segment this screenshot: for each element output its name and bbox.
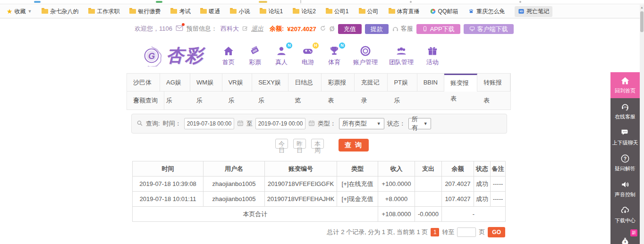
tab[interactable]: AG娱乐 — [160, 74, 190, 91]
chrome-artifact — [259, 1, 267, 3]
sidebar-item-0[interactable]: 回到首页 — [610, 72, 640, 98]
nav-badge: H — [313, 42, 319, 49]
sidebar-item-3[interactable]: ?疑问解答 — [610, 150, 640, 176]
cell-type: [+]在线充值 — [337, 177, 378, 192]
welcome-text: 欢迎您，1106 — [135, 25, 172, 33]
bookmark-folder[interactable]: 工作求职 — [88, 8, 119, 16]
bookmark-folder[interactable]: 银行缴费 — [129, 8, 161, 16]
bookmark-folder[interactable]: 杂七杂八的 — [42, 8, 78, 16]
tab[interactable]: SEXY娱乐 — [252, 74, 288, 91]
nav-item-trophy[interactable]: 体育N — [327, 45, 342, 67]
note-icon: XD — [518, 8, 525, 15]
column-header: 收入 — [378, 161, 415, 177]
today-button[interactable]: 今日 — [275, 139, 288, 149]
folder-icon — [359, 9, 365, 14]
tab[interactable]: BBIN — [417, 74, 444, 91]
logout-link[interactable]: 退出 — [251, 25, 263, 33]
edit-icon[interactable] — [242, 25, 248, 33]
home-icon — [620, 76, 630, 85]
tab[interactable]: PT娱乐 — [388, 74, 417, 91]
favorites-menu[interactable]: ★ 收藏 ▼ — [7, 8, 32, 16]
bookmark-folder[interactable]: 考试 — [170, 8, 190, 16]
nav-item-account[interactable]: 账户管理 — [353, 45, 378, 67]
nav-item-ticket[interactable]: 彩票 — [247, 45, 263, 67]
column-header: 支出 — [415, 161, 442, 177]
search-submit-button[interactable]: 查 询 — [339, 139, 369, 151]
logo-text: 杏彩 — [166, 44, 204, 67]
time-label: 时间： — [163, 119, 181, 128]
scrollbar[interactable]: ▲ — [640, 5, 644, 244]
folder-icon — [170, 9, 177, 14]
sidebar-item[interactable]: ¥新 — [610, 228, 640, 244]
tab[interactable]: 账变报表 — [444, 74, 477, 92]
go-button[interactable]: GO — [488, 227, 505, 237]
nav-item-gift[interactable]: 活动 — [425, 45, 440, 67]
tab[interactable]: 充提记录 — [355, 74, 388, 91]
column-header: 类型 — [337, 161, 378, 177]
cloud-download-icon — [620, 206, 630, 215]
calendar-icon[interactable] — [308, 120, 315, 128]
bookmark-folder[interactable]: 公司1 — [326, 8, 349, 16]
query-panel: 查询: 时间： 至 类型： 所有类型▼ 状态： 所有▼ — [131, 114, 507, 134]
sidebar-item-5[interactable]: 下载中心 — [610, 202, 640, 228]
scroll-up-arrow-icon[interactable]: ▲ — [640, 5, 644, 10]
bookmark-folder[interactable]: 公司 — [359, 8, 379, 16]
cell-change_no: 20190718VFEFEHAJHK — [265, 192, 337, 207]
tab[interactable]: 日结总览 — [288, 74, 322, 91]
nav-item-gamepad[interactable]: 电游H — [300, 45, 315, 67]
tab[interactable]: 余额查询 — [127, 92, 164, 109]
screen: ★ 收藏 ▼ 杂七杂八的工作求职银行缴费考试暖通小说论坛1论坛2公司1公司体育直… — [0, 0, 644, 244]
tab[interactable]: 彩票报表 — [322, 74, 355, 91]
bookmark-folder[interactable]: 论坛1 — [260, 8, 283, 16]
bookmark-folder[interactable]: 体育直播 — [389, 8, 420, 16]
cell-expense — [415, 192, 442, 207]
time-from-input[interactable] — [184, 118, 234, 129]
folder-icon — [260, 9, 266, 14]
scrollbar-thumb[interactable] — [640, 11, 644, 32]
tab[interactable]: 转账报表 — [477, 74, 510, 91]
nav-item-person[interactable]: 真人N — [274, 45, 289, 67]
site-logo[interactable]: G 杏彩 — [141, 44, 204, 67]
bookmark-folder[interactable]: 小说 — [230, 8, 250, 16]
bookmark-link[interactable]: QQ邮箱 — [430, 8, 458, 16]
week-button[interactable]: 本周 — [311, 139, 324, 149]
client-download-button[interactable]: 客户端下载 — [464, 24, 514, 34]
mail-icon[interactable] — [176, 25, 183, 33]
bookmark-link[interactable]: 重庆怎么免 — [468, 8, 505, 16]
folder-icon — [389, 9, 395, 14]
tab[interactable]: WM娱乐 — [190, 74, 222, 91]
sidebar-item-2[interactable]: 上下级聊天 — [610, 124, 640, 150]
nav-item-home[interactable]: 首页 — [221, 45, 236, 67]
bookmark-folder[interactable]: 暖通 — [200, 8, 220, 16]
sidebar-item-4[interactable]: 声音控制 — [610, 176, 640, 202]
bookmark-folder[interactable]: 论坛2 — [293, 8, 316, 16]
bookmark-link[interactable]: XD死亡笔记 — [515, 6, 552, 17]
table-header-row: 时间用户名账变编号类型收入支出余额状态备注 — [133, 161, 506, 177]
goto-page-input[interactable] — [457, 227, 476, 237]
withdraw-button[interactable]: 提款 — [365, 24, 389, 34]
calendar-icon[interactable] — [237, 120, 244, 128]
mail-notification-dot — [182, 23, 185, 26]
nav-item-team[interactable]: 团队管理 — [389, 45, 414, 67]
recharge-button[interactable]: 充值 — [338, 24, 362, 34]
hide-balance-icon[interactable]: Ø — [330, 25, 335, 33]
tab[interactable]: 沙巴体育 — [127, 74, 160, 91]
time-to-input[interactable] — [255, 118, 305, 129]
logo-emblem-icon: G — [141, 45, 162, 67]
to-label: 至 — [246, 119, 253, 128]
app-download-button[interactable]: APP下载 — [416, 24, 460, 34]
phone-icon — [422, 26, 428, 32]
customer-service-link[interactable]: 客服 — [392, 25, 413, 33]
sidebar-item-1[interactable]: 24在线客服 — [610, 98, 640, 124]
yesterday-button[interactable]: 昨日 — [293, 139, 306, 149]
summary-label: 本页合计 — [133, 207, 378, 222]
status-select[interactable]: 所有▼ — [408, 118, 431, 129]
tab[interactable]: VR娱乐 — [222, 74, 252, 91]
type-select[interactable]: 所有类型▼ — [339, 118, 384, 129]
brand-nav: G 杏彩 首页彩票真人N电游H体育N账户管理团队管理活动 — [141, 42, 511, 69]
refresh-icon[interactable] — [320, 25, 326, 33]
summary-balance: - — [442, 207, 506, 222]
current-page-box[interactable]: 1 — [431, 228, 439, 236]
pagination-summary: 总计 2 个记录, 分为 1 页, 当前第 1 页 — [327, 228, 428, 236]
nav-badge: N — [339, 42, 345, 49]
